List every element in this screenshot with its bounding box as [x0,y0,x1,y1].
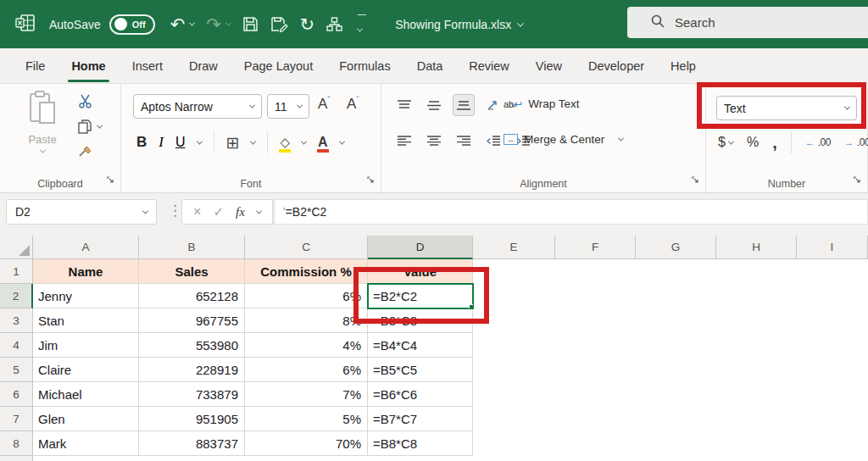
cell-b4[interactable]: 553980 [139,333,245,358]
column-header-i[interactable]: I [797,236,868,259]
cell-c8[interactable]: 70% [245,431,368,456]
cell-a4[interactable]: Jim [33,333,139,358]
share-hierarchy-icon[interactable] [326,17,342,32]
column-header-c[interactable]: C [245,236,368,259]
fill-color-button[interactable]: ◇ [280,135,290,150]
undo-chevron-icon[interactable] [189,20,195,26]
row-header-4[interactable]: 4 [0,333,33,358]
percent-button[interactable]: % [747,135,759,150]
column-header-d[interactable]: D [368,236,473,259]
align-middle-button[interactable] [423,94,445,116]
format-painter-button[interactable] [78,145,102,158]
fill-handle[interactable] [469,304,473,308]
fx-chevron-icon[interactable] [256,208,262,214]
currency-button[interactable]: $ [718,135,733,150]
cell-a3[interactable]: Stan [33,308,139,333]
cell-c3[interactable]: 8% [245,308,368,333]
align-top-button[interactable] [393,94,415,116]
insert-function-button[interactable]: fx [236,205,245,219]
font-name-select[interactable]: Aptos Narrow [133,94,262,119]
alignment-dialog-launcher-icon[interactable] [692,173,700,188]
name-box[interactable]: D2 [6,199,157,225]
font-color-chevron-icon[interactable] [339,138,345,144]
column-header-a[interactable]: A [33,236,139,259]
cell-b1[interactable]: Sales [139,259,245,284]
row-header-5[interactable]: 5 [0,358,33,382]
italic-button[interactable]: I [159,134,164,151]
cell-b3[interactable]: 967755 [139,308,245,333]
redo-chevron-icon[interactable] [225,20,231,26]
column-header-g[interactable]: G [636,236,716,259]
cell-a5[interactable]: Claire [33,358,139,382]
row-header-6[interactable]: 6 [0,382,33,407]
number-dialog-launcher-icon[interactable] [854,173,862,188]
decrease-font-size-button[interactable]: Aˇ [347,96,359,113]
borders-button[interactable]: ⊞ [226,133,240,153]
autosave-toggle[interactable]: Off [109,14,155,35]
row-header-8[interactable]: 8 [0,431,33,456]
font-size-select[interactable]: 11 [267,94,309,119]
cell-c4[interactable]: 4% [245,333,368,358]
increase-decimal-button[interactable]: ←.00 [805,136,831,148]
align-center-button[interactable] [423,130,445,152]
merge-center-chevron-icon[interactable] [618,136,624,142]
font-color-button[interactable]: A [318,135,328,150]
tab-developer[interactable]: Developer [587,56,646,76]
cell-a7[interactable]: Glen [33,407,139,431]
copy-chevron-icon[interactable] [97,123,103,129]
bold-button[interactable]: B [136,134,147,151]
cell-b6[interactable]: 733879 [139,382,245,407]
align-right-button[interactable] [453,130,475,152]
cell-d1[interactable]: Value [368,259,473,284]
tab-file[interactable]: File [24,56,47,76]
cell-d4[interactable]: =B4*C4 [368,333,473,358]
customize-qat-chevron-icon[interactable] [358,14,366,35]
tab-formulas[interactable]: Formulas [337,56,392,76]
cut-button[interactable] [78,94,102,108]
cell-c5[interactable]: 6% [245,358,368,382]
formula-input[interactable]: ' =B2*C2 [274,199,868,225]
undo-button[interactable]: ↶ [170,15,194,33]
paste-chevron-icon[interactable] [39,147,45,153]
column-header-f[interactable]: F [555,236,636,259]
save-as-icon[interactable] [270,16,288,32]
tab-view[interactable]: View [534,56,564,76]
tab-draw[interactable]: Draw [187,56,220,76]
row-header-9-partial[interactable] [0,456,33,461]
tab-home[interactable]: Home [70,56,107,76]
align-left-button[interactable] [393,130,415,152]
cell-a1[interactable]: Name [33,259,139,284]
row-header-7[interactable]: 7 [0,407,33,431]
clipboard-dialog-launcher-icon[interactable] [107,173,115,188]
refresh-icon[interactable]: ↻ [300,15,315,33]
cell-d8[interactable]: =B8*C8 [368,431,473,456]
excel-logo-icon[interactable] [15,14,36,36]
copy-button[interactable] [78,119,102,134]
document-title[interactable]: Showing Formula.xlsx [395,18,523,31]
decrease-decimal-button[interactable]: →.00 [844,136,868,148]
column-header-h[interactable]: H [716,236,797,259]
row-header-2[interactable]: 2 [0,284,33,308]
cell-d5[interactable]: =B5*C5 [368,358,473,382]
cell-b7[interactable]: 951905 [139,407,245,431]
borders-chevron-icon[interactable] [250,138,256,144]
tab-help[interactable]: Help [669,56,698,76]
cell-d7[interactable]: =B7*C7 [368,407,473,431]
orientation-button[interactable] [482,94,504,116]
cell-c7[interactable]: 5% [245,407,368,431]
cell-a8[interactable]: Mark [33,431,139,456]
tab-review[interactable]: Review [467,56,511,76]
cell-d3[interactable]: =B3*C3 [368,308,473,333]
search-input[interactable]: Search [627,7,868,38]
row-header-3[interactable]: 3 [0,308,33,333]
currency-chevron-icon[interactable] [728,138,734,144]
align-bottom-button[interactable] [453,94,475,116]
increase-font-size-button[interactable]: Aˆ [318,96,331,113]
cell-c6[interactable]: 7% [245,382,368,407]
font-dialog-launcher-icon[interactable] [367,173,376,188]
save-icon[interactable] [242,16,259,32]
enter-icon[interactable]: ✓ [213,204,224,219]
cancel-icon[interactable]: × [193,204,201,219]
paste-button[interactable]: Paste [15,91,70,169]
column-header-e[interactable]: E [473,236,555,259]
